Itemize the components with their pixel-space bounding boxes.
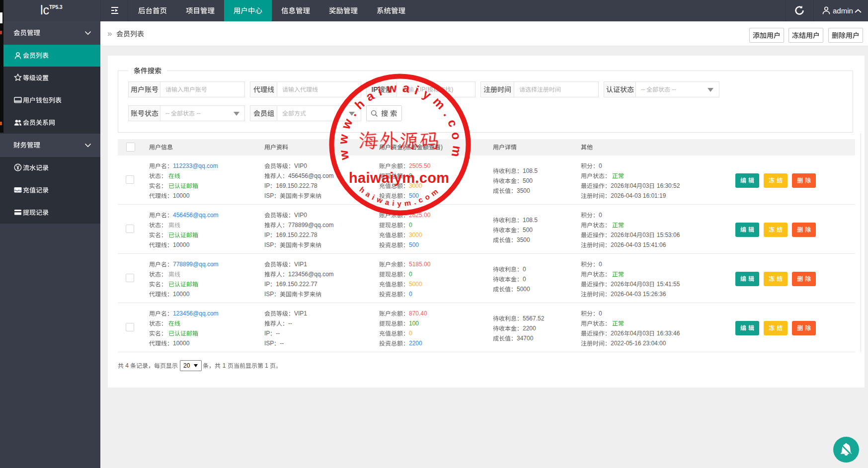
- svg-text:haiwaiym.com: haiwaiym.com: [349, 170, 449, 186]
- svg-text:PayPal: PayPal: [14, 189, 21, 192]
